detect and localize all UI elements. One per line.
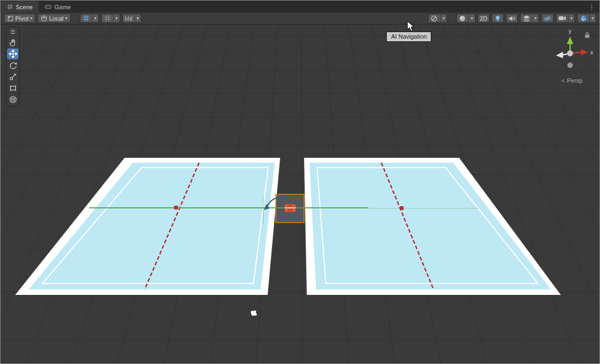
effects-dropdown[interactable]: ▾ <box>520 14 539 23</box>
lightbulb-icon <box>494 15 502 22</box>
scale-tool[interactable] <box>7 71 18 82</box>
projection-text: Persp <box>567 77 583 84</box>
shading-mode-caret-icon[interactable]: ▾ <box>468 14 475 23</box>
lock-icon[interactable] <box>584 32 591 39</box>
grid-snap-toggle[interactable]: ▾ <box>80 14 99 23</box>
pivot-icon <box>7 15 14 22</box>
grid-snap-icon <box>83 15 90 22</box>
scene-visibility-toggle[interactable] <box>541 14 554 23</box>
tooltip-ai-navigation: AI Navigation <box>386 32 431 42</box>
speaker-icon <box>508 15 516 22</box>
tools-overlay-menu-icon[interactable]: ☰ <box>10 29 15 35</box>
scene-audio-toggle[interactable] <box>506 14 518 23</box>
axis-y-label: y <box>568 28 572 34</box>
tab-scene[interactable]: Scene <box>1 1 39 13</box>
court-left[interactable] <box>15 158 280 295</box>
axis-neg-y-ball <box>567 63 573 68</box>
axis-x-cone <box>581 49 588 55</box>
net-anchor-left <box>174 206 178 209</box>
axis-y-cone <box>567 36 573 44</box>
projection-arrow-icon: < <box>561 77 565 84</box>
handle-rotation-toggle[interactable]: Local ▾ <box>38 14 70 23</box>
unity-editor-window: Scene Game ⋮ Pivot ▾ <box>0 0 600 364</box>
view-options-caret-icon[interactable]: ▾ <box>440 14 447 23</box>
snap-ruler-icon <box>125 15 132 22</box>
axis-neg-x-cone <box>556 52 563 58</box>
shaded-sphere-icon <box>459 15 466 22</box>
move-tool[interactable] <box>7 48 18 59</box>
increment-snap-caret-icon[interactable]: ▾ <box>113 14 120 23</box>
rotate-icon <box>9 61 17 70</box>
effects-layers-icon <box>523 15 530 22</box>
scale-icon <box>9 72 17 81</box>
rect-tool-icon <box>9 84 17 92</box>
court-right[interactable] <box>304 158 561 295</box>
tab-scene-label: Scene <box>16 4 33 10</box>
transform-icon <box>9 95 17 104</box>
move-icon <box>9 50 17 58</box>
net-anchor-right <box>400 206 404 210</box>
effects-caret-icon[interactable]: ▾ <box>532 14 539 23</box>
gizmo-sphere-icon <box>580 15 587 22</box>
camera-icon <box>558 15 566 22</box>
scene-grid-icon <box>7 4 13 10</box>
scene-render[interactable] <box>1 24 600 364</box>
pivot-label: Pivot <box>15 15 28 22</box>
scene-viewport[interactable]: ☰ <box>1 24 600 364</box>
toolbar-separator <box>75 14 76 22</box>
camera-caret-icon[interactable]: ▾ <box>568 14 575 23</box>
gizmo-center-ball <box>567 51 573 57</box>
projection-label[interactable]: <Persp <box>561 77 583 84</box>
scene-lighting-toggle[interactable] <box>492 14 504 23</box>
selected-object-gizmo-icon <box>284 204 296 212</box>
crossed-eye-icon <box>543 15 552 22</box>
increment-snap-toggle[interactable]: ▾ <box>101 14 120 23</box>
scene-toolbar: Pivot ▾ Local ▾ <box>1 13 599 24</box>
camera-settings-dropdown[interactable]: ▾ <box>556 14 575 23</box>
shading-mode-dropdown[interactable]: ▾ <box>456 14 475 23</box>
2d-mode-toggle[interactable]: 2D <box>478 14 490 23</box>
grid-snap-caret-icon[interactable]: ▾ <box>92 14 99 23</box>
increment-snap-icon <box>104 15 111 22</box>
tab-options-menu-icon[interactable]: ⋮ <box>584 2 599 13</box>
pivot-toggle[interactable]: Pivot ▾ <box>4 14 35 23</box>
gizmos-caret-icon[interactable]: ▾ <box>589 14 596 23</box>
view-options-toggle[interactable]: ▾ <box>428 14 447 23</box>
2d-label: 2D <box>480 15 487 22</box>
pivot-caret-icon: ▾ <box>30 16 32 21</box>
tab-game-label: Game <box>54 4 71 10</box>
hand-icon <box>9 38 17 47</box>
view-hand-tool[interactable] <box>7 37 18 48</box>
rect-tool[interactable] <box>7 83 18 94</box>
snap-settings-caret-icon[interactable]: ▾ <box>134 14 141 23</box>
mouse-cursor <box>407 21 415 32</box>
scene-marker-icon <box>249 309 259 318</box>
rotate-tool[interactable] <box>7 60 18 71</box>
local-label: Local <box>49 15 63 22</box>
toolbar-separator <box>451 14 452 22</box>
circle-slash-icon <box>430 15 438 22</box>
axis-x-label: x <box>590 49 593 55</box>
gizmos-dropdown[interactable]: ▾ <box>577 14 596 23</box>
view-tabbar: Scene Game ⋮ <box>1 1 599 13</box>
transform-tool[interactable] <box>7 94 18 105</box>
tools-overlay: ☰ <box>6 27 20 107</box>
local-caret-icon: ▾ <box>65 16 67 21</box>
local-cube-icon <box>41 15 47 22</box>
snap-settings[interactable]: ▾ <box>122 14 141 23</box>
game-controller-icon <box>45 4 52 10</box>
tab-game[interactable]: Game <box>39 1 77 13</box>
